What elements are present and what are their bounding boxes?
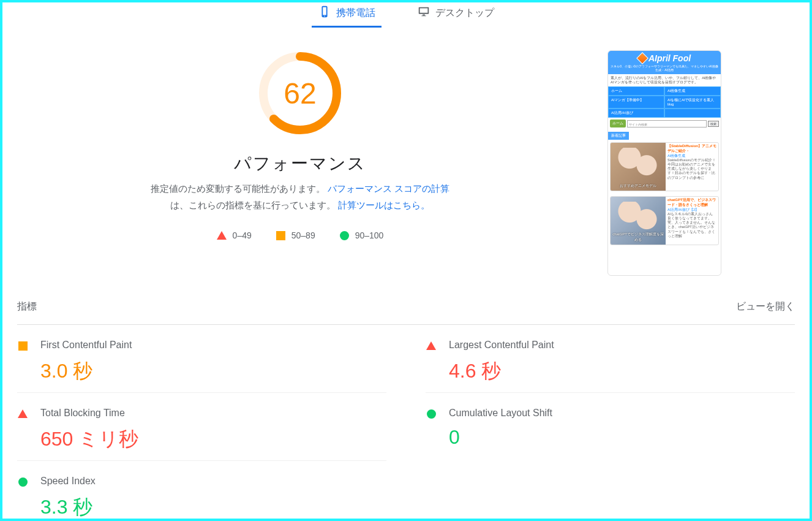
square-icon bbox=[276, 231, 285, 240]
svg-rect-1 bbox=[323, 7, 326, 15]
desktop-icon bbox=[417, 5, 430, 21]
circle-icon bbox=[426, 408, 437, 453]
tab-mobile[interactable]: 携帯電話 bbox=[312, 2, 382, 27]
phone-icon bbox=[318, 5, 331, 21]
score-gauge: 62 bbox=[257, 50, 343, 136]
metric-value: 4.6 秒 bbox=[449, 358, 795, 385]
expand-view-toggle[interactable]: ビューを開く bbox=[736, 300, 795, 313]
svg-point-2 bbox=[324, 16, 325, 17]
square-icon bbox=[17, 340, 28, 385]
metric-first-contentful-paint: First Contentful Paint3.0 秒 bbox=[17, 325, 386, 392]
thumb-nav: ホーム AI画像生成 AIマンガ【準備中】 AIを極にAIで収益化する素人blo… bbox=[608, 86, 721, 118]
score-title: パフォーマンス bbox=[234, 152, 366, 175]
score-calc-link[interactable]: パフォーマンス スコアの計算 bbox=[328, 183, 449, 194]
thumb-card-2: chatGPTでビジネス理解度を深める chatGPT活用で、ビジネスワード・語… bbox=[610, 196, 719, 245]
score-description: 推定値のため変動する可能性があります。 パフォーマンス スコアの計算 は、これら… bbox=[151, 180, 449, 213]
legend-poor: 0–49 bbox=[217, 230, 252, 240]
metric-cumulative-layout-shift: Cumulative Layout Shift0 bbox=[426, 392, 795, 460]
triangle-icon bbox=[17, 408, 28, 453]
legend-good: 90–100 bbox=[340, 230, 384, 240]
metric-largest-contentful-paint: Largest Contentful Paint4.6 秒 bbox=[426, 325, 795, 392]
tab-mobile-label: 携帯電話 bbox=[336, 7, 375, 20]
metric-label: Cumulative Layout Shift bbox=[449, 408, 795, 419]
performance-score-panel: 62 パフォーマンス 推定値のため変動する可能性があります。 パフォーマンス ス… bbox=[17, 50, 583, 276]
triangle-icon bbox=[217, 231, 227, 240]
metric-value: 3.3 秒 bbox=[40, 494, 386, 521]
metric-label: Largest Contentful Paint bbox=[449, 340, 795, 351]
tab-desktop-label: デスクトップ bbox=[435, 7, 494, 20]
metric-label: Total Blocking Time bbox=[40, 408, 386, 419]
score-number: 62 bbox=[257, 50, 343, 136]
thumb-logo-icon bbox=[636, 52, 648, 64]
metrics-grid: First Contentful Paint3.0 秒Largest Conte… bbox=[17, 325, 795, 521]
legend-average: 50–89 bbox=[276, 230, 315, 240]
metric-value: 650 ミリ秒 bbox=[40, 426, 386, 453]
triangle-icon bbox=[426, 340, 437, 385]
device-tabs: 携帯電話 デスクトップ bbox=[17, 2, 795, 31]
score-tool-link[interactable]: 計算ツールはこちら。 bbox=[338, 200, 430, 210]
metric-value: 0 bbox=[449, 426, 795, 449]
thumb-card-1: おすすめアニメモデル 【StableDiffusion】アニメモデルご紹介・ A… bbox=[610, 142, 719, 191]
score-legend: 0–49 50–89 90–100 bbox=[217, 230, 384, 240]
tab-desktop[interactable]: デスクトップ bbox=[411, 2, 500, 27]
svg-rect-6 bbox=[421, 15, 426, 16]
metric-label: Speed Index bbox=[40, 476, 386, 487]
metrics-heading: 指標 bbox=[17, 300, 37, 313]
metric-label: First Contentful Paint bbox=[40, 340, 386, 351]
circle-icon bbox=[340, 231, 349, 240]
metric-total-blocking-time: Total Blocking Time650 ミリ秒 bbox=[17, 392, 386, 460]
svg-rect-4 bbox=[420, 9, 428, 13]
svg-rect-5 bbox=[423, 15, 425, 16]
page-screenshot-thumbnail: AIpril Fool スキル0、小遣い0のアラフォーサラリーマンでも出来た、マ… bbox=[607, 50, 721, 276]
metric-value: 3.0 秒 bbox=[40, 358, 386, 385]
circle-icon bbox=[17, 476, 28, 521]
metric-speed-index: Speed Index3.3 秒 bbox=[17, 460, 386, 521]
